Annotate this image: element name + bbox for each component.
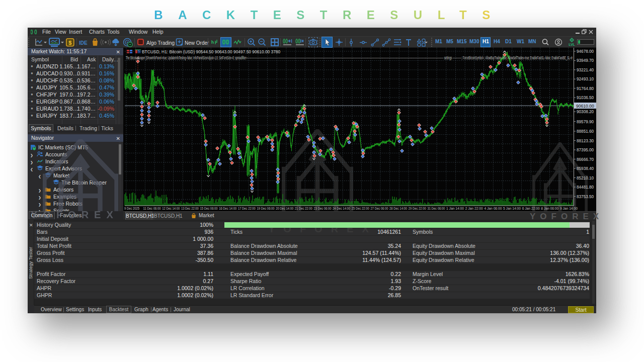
svg-text:88123.30: 88123.30 [577, 139, 594, 143]
svg-text:$: $ [68, 40, 71, 46]
svg-text:23 Dec 06:00: 23 Dec 06:00 [314, 206, 332, 211]
svg-text:93949.70: 93949.70 [577, 58, 594, 63]
svg-text:84481.80: 84481.80 [577, 185, 594, 190]
svg-text:20 Dec 14:00: 20 Dec 14:00 [276, 206, 293, 211]
svg-text:85210.10: 85210.10 [577, 176, 594, 180]
svg-text:94678.00: 94678.00 [577, 49, 594, 54]
svg-text:2 Jan 22:00: 2 Jan 22:00 [465, 206, 483, 211]
svg-text:17 Dec 22:00: 17 Dec 22:00 [238, 206, 256, 211]
svg-text:16 Dec 14:00: 16 Dec 14:00 [219, 206, 236, 211]
svg-text:24 Dec 14:00: 24 Dec 14:00 [333, 206, 350, 211]
svg-text:91036.50: 91036.50 [577, 96, 594, 100]
svg-text:9 Dec 2025: 9 Dec 2025 [124, 206, 139, 211]
svg-text:27 Dec 06:00: 27 Dec 06:00 [371, 206, 388, 211]
svg-text:9 Jan 14:00: 9 Jan 14:00 [560, 206, 578, 211]
svg-text:1 Jan 14:00: 1 Jan 14:00 [446, 206, 464, 211]
svg-text:8 Jan 06:00: 8 Jan 06:00 [541, 206, 558, 211]
svg-text:19 Dec 06:00: 19 Dec 06:00 [257, 206, 275, 211]
svg-text:31 Dec 06:00: 31 Dec 06:00 [427, 206, 445, 211]
svg-text:86666.70: 86666.70 [577, 157, 594, 162]
svg-text:90610.00: 90610.00 [576, 104, 594, 109]
svg-text:12 Dec 14:00: 12 Dec 14:00 [162, 206, 180, 211]
svg-text:91764.80: 91764.80 [577, 86, 594, 91]
svg-text:85938.40: 85938.40 [577, 166, 594, 171]
svg-text:92493.10: 92493.10 [577, 77, 594, 81]
svg-text:11 Dec 06:00: 11 Dec 06:00 [143, 206, 161, 211]
svg-text:87395.00: 87395.00 [577, 148, 594, 152]
svg-text:28 Dec 14:00: 28 Dec 14:00 [389, 206, 407, 211]
svg-text:29 Dec 22:00: 29 Dec 22:00 [409, 206, 426, 211]
svg-text:93221.40: 93221.40 [577, 68, 594, 72]
svg-text:89579.90: 89579.90 [577, 120, 594, 124]
svg-text:The Bitcoin Reaper [ShowInfoPa: The Bitcoin Reaper [ShowInfoPanel=true; … [126, 56, 573, 60]
svg-text:4 Jan 06:00: 4 Jan 06:00 [484, 206, 502, 211]
svg-text:88851.60: 88851.60 [577, 129, 594, 134]
svg-text:6 Jan 22:00: 6 Jan 22:00 [522, 206, 540, 211]
svg-text:5 Jan 14:00: 5 Jan 14:00 [503, 206, 521, 211]
svg-text:83753.50: 83753.50 [577, 195, 594, 199]
svg-text:25 Dec 22:00: 25 Dec 22:00 [352, 206, 369, 211]
svg-text:13 Dec 22:00: 13 Dec 22:00 [181, 206, 199, 211]
svg-text:LVL: LVL [569, 43, 575, 46]
svg-text:15 Dec 06:00: 15 Dec 06:00 [200, 206, 218, 211]
svg-text:21 Dec 22:00: 21 Dec 22:00 [295, 206, 312, 211]
svg-text:90308.20: 90308.20 [577, 110, 594, 114]
svg-text:BTCUSD, H1: Bitcoin (USD) 90: BTCUSD, H1: Bitcoin (USD) 90544.50 90643… [142, 49, 281, 54]
